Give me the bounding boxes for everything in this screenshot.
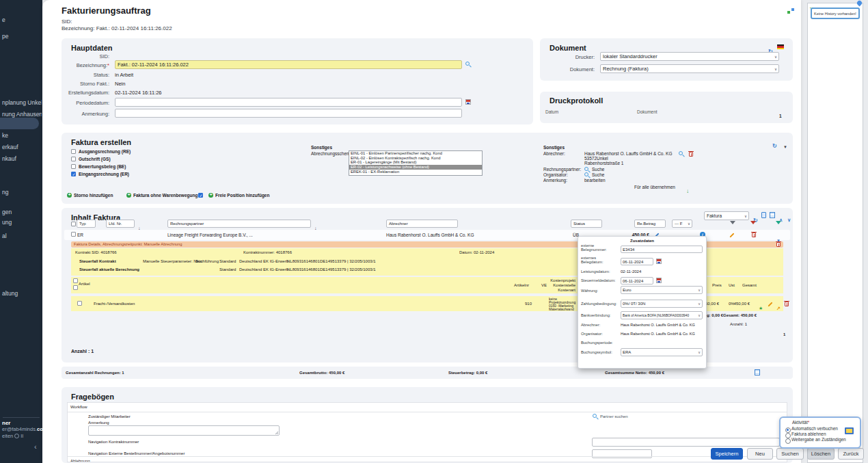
steuermeldedatum-input[interactable]: 06-11-2024 [621,277,653,285]
search-icon[interactable] [679,151,685,157]
sidebar-item[interactable]: gen [2,209,42,215]
sidebar-item-active[interactable] [0,118,39,129]
suchen-button[interactable]: Suchen [776,448,804,460]
refresh-icon[interactable] [772,139,777,150]
user-edit-link[interactable]: eitenII [2,433,23,439]
checkbox-eingangsrechnung[interactable] [71,172,76,176]
externe-belegnummer-input[interactable]: E3434 [621,246,703,253]
sidebar-item[interactable]: pe [2,33,42,40]
sidebar-item[interactable]: ng [2,189,42,196]
zurueck-button[interactable]: Zurück [838,448,864,460]
favorite-icon[interactable] [759,301,763,312]
calendar-icon[interactable] [656,259,662,264]
loeschen-button[interactable]: Löschen [807,448,835,460]
radio-faktura-ablehnen[interactable] [785,433,791,438]
edit-position-icon[interactable] [767,301,773,307]
filter-rechnungspartner[interactable]: Rechnungspartner [167,220,311,228]
dokument-select[interactable]: Rechnung (Faktura) [600,64,779,73]
calculator-icon[interactable] [770,212,775,218]
suche-link[interactable]: Suche [592,167,604,172]
calendar-icon[interactable] [465,99,471,105]
listbox-option[interactable]: EINL-02 - Einlösen Kontraktspezifisch na… [349,156,482,161]
filter-re-betrag[interactable]: Re.Betrag [634,220,666,228]
listbox-option[interactable]: ER-01 - Lagereingänge (Mit Bestand) [349,160,482,165]
zahlungsbedingung-select[interactable]: 0%/ 0T/ 30N [621,300,703,308]
radio-weitergabe[interactable] [785,438,791,444]
waehrung-select[interactable]: Euro [621,286,703,294]
anmerkung-textarea[interactable] [88,425,280,436]
calendar-icon[interactable] [656,278,662,283]
nav-kontrakt-input[interactable] [592,438,780,447]
gear-icon[interactable] [14,434,19,438]
share-icon[interactable] [787,8,794,15]
abrechnungsschema-listbox[interactable]: EINL-01 - Einlösen Partnerspezifischer n… [349,150,483,176]
apply-all-icon[interactable] [686,184,689,195]
anmerkung-input[interactable] [115,109,462,118]
add-icon[interactable] [67,193,72,198]
calculator-icon[interactable] [755,369,760,375]
select-all-checkbox[interactable] [71,222,76,226]
row-checkbox[interactable] [71,232,76,237]
listbox-option[interactable]: ER-02 - Leistungsnachweise (ohne Bestand… [349,165,482,170]
checkbox-ausgangsrechnung[interactable] [71,149,76,154]
delete-icon[interactable] [689,152,693,157]
checkbox-gutschrift[interactable] [71,157,76,161]
filter-status[interactable]: Status [571,220,602,228]
sidebar-item[interactable]: nung Anhausen [2,111,42,118]
storno-hinzufuegen-link[interactable]: Storno hinzufügen [74,193,113,198]
filter-abrechner[interactable]: Abrechner [386,220,458,228]
book-icon[interactable] [845,427,854,434]
apply-filter-icon[interactable] [776,221,781,224]
checkbox-ohne-warenbewegung[interactable] [198,193,203,198]
group-checkbox[interactable] [73,278,78,283]
clear-filter-icon[interactable] [750,221,756,224]
position-checkbox[interactable] [77,301,82,306]
sidebar-collapse-icon[interactable] [34,440,37,451]
filter-lfd-nr[interactable]: Lfd. Nr. [106,220,135,228]
listbox-option[interactable]: EREK-01 - EX-Reklamation [349,170,482,174]
chevron-down-icon[interactable] [787,213,791,224]
externes-belegdatum-input[interactable]: 06-11-2024 [621,258,653,265]
sidebar-item[interactable]: e [2,16,42,23]
sidebar-item[interactable]: nplanung Unkel [2,99,42,106]
filter-icon[interactable] [730,221,735,224]
delete-position-icon[interactable] [785,302,789,306]
add-icon[interactable] [126,193,131,198]
neu-button[interactable]: Neu [747,448,773,460]
sidebar-item[interactable]: nkauf [2,155,42,162]
collapse-section-icon[interactable] [783,140,787,150]
speichern-button[interactable]: Speichern [711,448,743,460]
search-icon[interactable] [593,414,599,420]
delete-row-icon[interactable] [752,233,756,237]
bezeichnung-input[interactable]: Fakt.: 02-11-2024 16:11:26.022 [115,60,462,69]
radio-automatisch-verbuchen[interactable] [785,427,791,433]
open-position-icon[interactable] [776,301,781,312]
partner-suchen-link[interactable]: Partner suchen [600,414,628,419]
export-icon[interactable] [761,212,766,218]
checkbox-bewertungsbeleg[interactable] [71,164,76,169]
sidebar-item[interactable]: ke [2,132,42,139]
fuer-alle-label[interactable]: Für alle übernehmen [634,185,675,189]
sidebar-item[interactable]: erkauf [2,144,42,150]
bearbeiten-link[interactable]: bearbeiten [584,178,606,183]
search-icon[interactable] [465,62,472,68]
add-icon[interactable] [208,193,213,198]
view-select[interactable]: Faktura [704,211,749,220]
sidebar-item[interactable]: al [2,233,42,239]
edit-row-icon[interactable] [729,232,735,238]
bankverbindung-select[interactable]: Bank of America BOFA [NL96BOFA00303940 [621,311,703,319]
filter-f-select[interactable]: --- F [672,220,692,228]
faktura-ohne-warenbewegung-link[interactable]: Faktura ohne Warenbewegung [133,193,198,198]
delete-details-icon[interactable] [776,242,781,247]
freie-position-link[interactable]: Freie Position hinzufügen [215,193,269,198]
sidebar-item[interactable]: ung [2,219,42,226]
history-back-icon[interactable] [809,0,814,11]
buchungssymbol-select[interactable]: ERA [621,348,703,356]
listbox-option[interactable]: EINL-01 - Einlösen Partnerspezifischer n… [349,151,482,156]
sidebar-item[interactable]: altung [2,290,42,297]
group-checkbox[interactable] [73,285,78,290]
suche-link[interactable]: Suche [592,172,604,177]
periodedatum-input[interactable] [115,98,462,107]
drucker-select[interactable]: lokaler Standarddrucker [600,52,779,61]
german-flag-icon[interactable] [777,44,784,49]
